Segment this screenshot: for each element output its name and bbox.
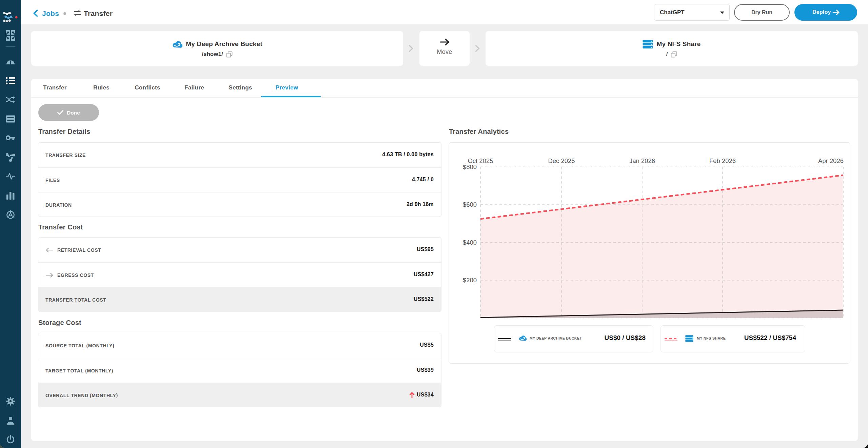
svg-text:$800: $800 (463, 163, 477, 170)
svg-text:$200: $200 (463, 277, 477, 284)
svg-text:Jan 2026: Jan 2026 (629, 157, 655, 164)
svg-text:Feb 2026: Feb 2026 (709, 157, 736, 164)
svg-text:$400: $400 (463, 239, 477, 246)
svg-text:Dec 2025: Dec 2025 (548, 157, 575, 164)
svg-text:$600: $600 (463, 201, 477, 208)
svg-text:Apr 2026: Apr 2026 (818, 157, 844, 164)
